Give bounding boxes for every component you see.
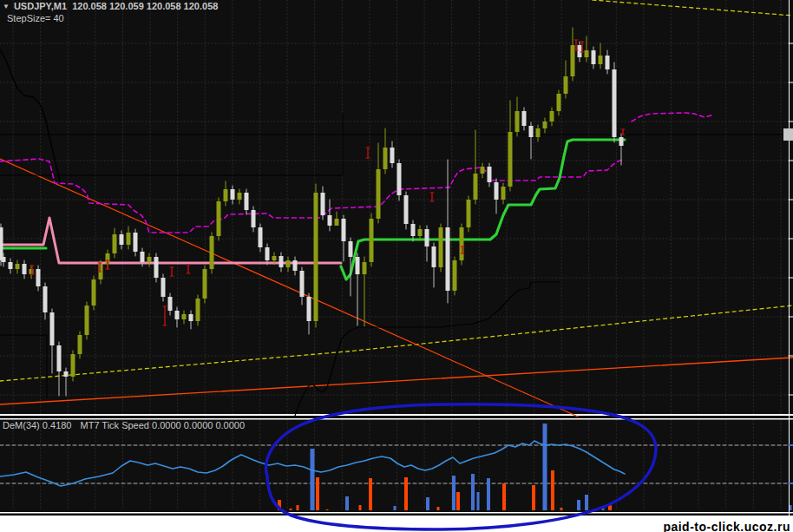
chart-header: ▼USDJPY,M1 120.058 120.059 120.058 120.0… [3,1,218,13]
dem-indicator-label: DeM(34) 0.4180 [3,420,72,430]
tick-speed-indicator-label: MT7 Tick Speed 0.0000 0.0000 0.0000 [81,420,246,430]
symbol-dropdown-icon[interactable]: ▼ [3,3,10,10]
chart-title: USDJPY,M1 120.058 120.059 120.058 120.05… [14,1,218,11]
price-chart-canvas[interactable] [0,0,793,532]
chart-window[interactable]: ▼USDJPY,M1 120.058 120.059 120.058 120.0… [0,0,793,532]
watermark: paid-to-click.ucoz.ru [663,522,790,532]
indicator-panel-header: DeM(34) 0.4180MT7 Tick Speed 0.0000 0.00… [3,420,245,431]
stepsize-label: StepSize= 40 [7,13,64,24]
